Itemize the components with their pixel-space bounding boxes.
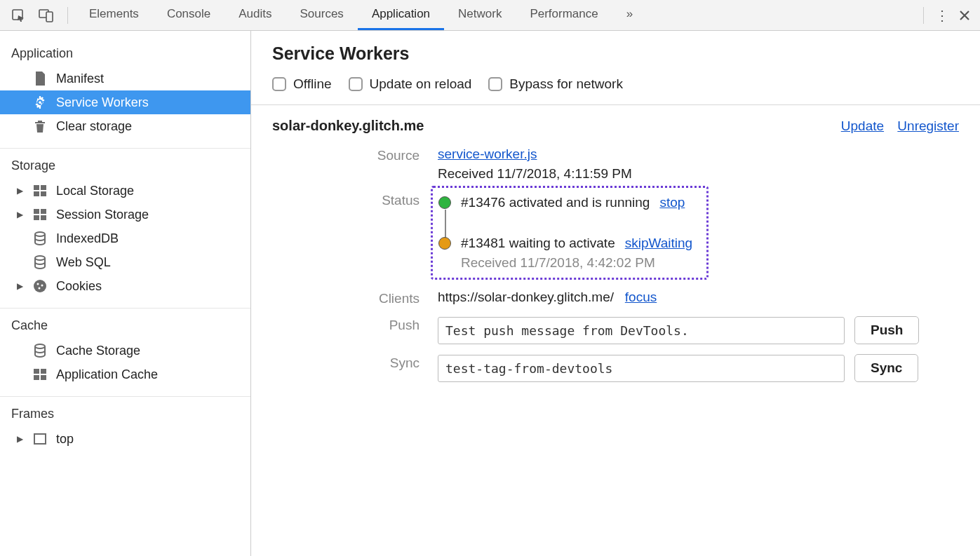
push-button[interactable]: Push [854, 316, 919, 344]
sidebar-item-application-cache[interactable]: Application Cache [0, 362, 250, 386]
sidebar-section-frames: Frames [0, 398, 250, 427]
application-sidebar: Application Manifest Service Workers Cle… [0, 31, 251, 556]
skipwaiting-link[interactable]: skipWaiting [625, 236, 692, 251]
status-row: Status #13476 activated and is running s… [340, 191, 959, 280]
checkbox-offline[interactable]: Offline [272, 76, 332, 92]
svg-point-14 [37, 283, 39, 285]
status-line-waiting: #13481 waiting to activate skipWaiting [438, 236, 692, 251]
grid-icon [32, 183, 48, 198]
status-line-active: #13476 activated and is running stop [438, 195, 692, 210]
page-title: Service Workers [272, 43, 959, 64]
sidebar-item-top-frame[interactable]: ▶ top [0, 427, 250, 451]
svg-rect-4 [41, 185, 46, 190]
kebab-menu-icon[interactable]: ⋮ [931, 4, 953, 27]
svg-rect-3 [34, 185, 39, 190]
origin-row: solar-donkey.glitch.me Update Unregister [272, 118, 959, 134]
tab-audits[interactable]: Audits [224, 0, 286, 30]
svg-rect-10 [41, 215, 46, 220]
sidebar-item-label: Clear storage [56, 119, 132, 134]
checkbox-label: Bypass for network [509, 76, 623, 92]
tab-elements[interactable]: Elements [75, 0, 153, 30]
database-icon [32, 231, 48, 246]
sidebar-item-label: Manifest [56, 72, 104, 86]
source-link[interactable]: service-worker.js [438, 147, 537, 161]
sidebar-section-cache: Cache [0, 310, 250, 339]
tab-more[interactable]: » [612, 0, 647, 30]
sidebar-item-cache-storage[interactable]: Cache Storage [0, 339, 250, 362]
source-row: Source service-worker.js Received 11/7/2… [340, 147, 959, 182]
toolbar-divider [67, 7, 68, 24]
checkbox-bypass[interactable]: Bypass for network [488, 76, 623, 92]
push-row: Push Push [340, 316, 959, 344]
expand-icon[interactable]: ▶ [17, 281, 25, 291]
cookie-icon [32, 278, 48, 294]
expand-icon[interactable]: ▶ [17, 186, 25, 196]
svg-rect-22 [34, 434, 46, 444]
sync-button[interactable]: Sync [854, 354, 918, 382]
sync-input[interactable] [438, 355, 845, 382]
checkbox-update-on-reload[interactable]: Update on reload [349, 76, 472, 92]
clients-row: Clients https://solar-donkey.glitch.me/ … [340, 290, 959, 306]
close-icon[interactable] [953, 4, 976, 27]
device-toggle-icon[interactable] [35, 4, 58, 27]
client-url: https://solar-donkey.glitch.me/ [438, 290, 614, 304]
inspect-icon[interactable] [7, 4, 29, 27]
expand-icon[interactable]: ▶ [17, 434, 25, 444]
sidebar-item-indexeddb[interactable]: IndexedDB [0, 226, 250, 250]
svg-rect-7 [34, 209, 39, 214]
update-link[interactable]: Update [841, 118, 884, 133]
checkbox-icon[interactable] [349, 77, 363, 91]
svg-rect-19 [41, 369, 46, 374]
expand-icon[interactable]: ▶ [17, 210, 25, 219]
stop-link[interactable]: stop [659, 195, 685, 210]
tab-application[interactable]: Application [358, 0, 444, 30]
grid-icon [32, 367, 48, 382]
sidebar-item-local-storage[interactable]: ▶ Local Storage [0, 179, 250, 203]
svg-rect-5 [34, 191, 39, 196]
sidebar-item-label: IndexedDB [56, 231, 119, 246]
svg-point-13 [34, 280, 46, 292]
tab-sources[interactable]: Sources [286, 0, 358, 30]
sidebar-item-label: Session Storage [56, 208, 149, 222]
status-label: Status [340, 191, 438, 208]
checkbox-icon[interactable] [272, 77, 286, 91]
status-waiting-received: Received 11/7/2018, 4:42:02 PM [461, 255, 692, 271]
sidebar-item-label: Service Workers [56, 95, 149, 110]
tab-network[interactable]: Network [444, 0, 516, 30]
focus-link[interactable]: focus [625, 290, 657, 304]
sidebar-item-manifest[interactable]: Manifest [0, 67, 250, 90]
sidebar-item-cookies[interactable]: ▶ Cookies [0, 274, 250, 298]
status-dot-waiting-icon [438, 237, 451, 250]
sync-row: Sync Sync [340, 354, 959, 382]
sidebar-section-application: Application [0, 38, 250, 67]
svg-point-11 [35, 232, 45, 236]
origin-text: solar-donkey.glitch.me [272, 118, 424, 134]
sidebar-item-service-workers[interactable]: Service Workers [0, 90, 250, 114]
svg-point-12 [35, 256, 45, 260]
sidebar-item-label: Application Cache [56, 367, 158, 382]
source-label: Source [340, 147, 438, 163]
checkbox-icon[interactable] [488, 77, 502, 91]
push-label: Push [340, 316, 438, 333]
sync-label: Sync [340, 354, 438, 371]
toolbar-right: ⋮ [916, 4, 976, 27]
unregister-link[interactable]: Unregister [897, 118, 959, 133]
sidebar-item-label: Web SQL [56, 255, 111, 270]
panel-tabs: Elements Console Audits Sources Applicat… [75, 0, 916, 30]
svg-rect-20 [34, 375, 39, 380]
svg-rect-2 [46, 12, 53, 22]
sidebar-item-label: top [56, 432, 74, 447]
sidebar-item-clear-storage[interactable]: Clear storage [0, 114, 250, 138]
source-received: Received 11/7/2018, 4:11:59 PM [438, 166, 959, 182]
tab-performance[interactable]: Performance [516, 0, 612, 30]
push-input[interactable] [438, 317, 845, 344]
sidebar-item-session-storage[interactable]: ▶ Session Storage [0, 203, 250, 226]
tab-console[interactable]: Console [153, 0, 224, 30]
devtools-toolbar: Elements Console Audits Sources Applicat… [0, 0, 980, 31]
svg-rect-21 [41, 375, 46, 380]
svg-rect-6 [41, 191, 46, 196]
status-waiting-text: #13481 waiting to activate [461, 236, 615, 251]
sidebar-item-label: Cache Storage [56, 344, 140, 358]
sidebar-item-websql[interactable]: Web SQL [0, 250, 250, 274]
toolbar-divider-2 [923, 7, 924, 24]
